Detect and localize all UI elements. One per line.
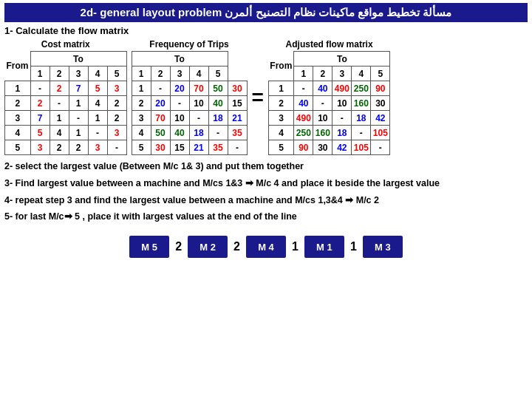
freq-cell: 30 [228,81,247,96]
freq-cell: 18 [208,111,228,126]
freq-cell: - [228,140,247,155]
cost-cell: 1 [69,96,88,111]
freq-cell: 35 [228,126,247,140]
freq-cell: 70 [151,111,170,126]
adj-row-from: 4 [268,126,294,140]
freq-cell: 40 [208,96,228,111]
step4: 4- repeat step 3 and find the largest va… [4,194,528,208]
machine-number: 1 [292,240,299,253]
freq-cell: 20 [170,81,189,96]
freq-cell: 21 [228,111,247,126]
freq-row-from: 1 [132,81,151,96]
cost-cell: 4 [50,126,69,140]
adj-cell: 42 [332,140,352,155]
adj-cell: 30 [371,96,390,111]
freq-to-label: To [132,52,228,66]
cost-cell: 2 [30,96,50,111]
freq-row-from: 3 [132,111,151,126]
cost-matrix-block: Cost matrix From To 1 2 3 4 5 1-275322-1… [4,39,127,155]
adj-cell: 105 [371,126,390,140]
freq-cell: 50 [151,126,170,140]
freq-cell: - [208,126,228,140]
cost-cell: 3 [107,81,126,96]
adj-row-from: 5 [268,140,294,155]
adj-cell: 160 [352,96,371,111]
adj-cell: - [332,111,352,126]
equals-sign: = [252,86,264,109]
step5: 5- for last M/c➡ 5 , place it with large… [4,210,528,224]
adj-cell: 250 [352,81,371,96]
freq-cell: 10 [189,96,208,111]
adj-cell: - [371,140,390,155]
adj-cell: 90 [294,140,313,155]
cost-cell: 1 [69,126,88,140]
adj-cell: 105 [352,140,371,155]
cost-cell: 3 [88,140,107,155]
machine-number: 2 [233,240,240,253]
cost-cell: 2 [50,140,69,155]
freq-cell: 50 [208,81,228,96]
freq-cell: 30 [151,140,170,155]
cost-cell: 3 [107,126,126,140]
machine-box: M 4 [246,236,286,258]
cost-cell: 7 [69,81,88,96]
adj-to-label: To [294,52,390,66]
adj-matrix-block: Adjusted flow matrix From To 1 2 3 4 5 1… [268,39,391,155]
cost-row-from: 3 [5,111,31,126]
machine-number: 1 [350,240,357,253]
cost-row-from: 5 [5,140,31,155]
adj-from-label: From [268,52,294,81]
adj-cell: 40 [294,96,313,111]
freq-row-from: 2 [132,96,151,111]
adj-cell: 490 [332,81,352,96]
freq-row-from: 4 [132,126,151,140]
machines-row: M 52M 22M 41M 11M 3 [4,236,528,258]
cost-cell: 2 [69,140,88,155]
adj-cell: 10 [332,96,352,111]
adj-cell: 18 [332,126,352,140]
freq-cell: 15 [228,96,247,111]
tables-row: Cost matrix From To 1 2 3 4 5 1-275322-1… [4,39,528,155]
freq-cell: 70 [189,81,208,96]
cost-cell: 4 [88,96,107,111]
cost-cell: 2 [107,96,126,111]
adj-matrix-title: Adjusted flow matrix [268,39,391,50]
title-bar: 2d- general layout problem مسألة تخطيط م… [4,3,528,22]
cost-to-label: To [30,52,126,66]
freq-matrix-block: Frequency of Trips To 1 2 3 4 5 1-207050… [132,39,248,155]
freq-cell: - [189,111,208,126]
freq-cell: - [151,81,170,96]
cost-cell: - [50,96,69,111]
machine-number: 2 [175,240,182,253]
cost-cell: - [107,140,126,155]
cost-row-from: 4 [5,126,31,140]
freq-cell: 15 [170,140,189,155]
cost-cell: - [69,111,88,126]
cost-cell: 5 [88,81,107,96]
cost-row-from: 2 [5,96,31,111]
freq-cell: 10 [170,111,189,126]
machine-box: M 2 [188,236,228,258]
adj-cell: - [352,126,371,140]
freq-cell: - [170,96,189,111]
freq-col-headers: 1 2 3 4 5 [132,66,247,81]
cost-cell: 2 [107,111,126,126]
adj-cell: 42 [371,111,390,126]
adj-cell: 490 [294,111,313,126]
cost-cell: 2 [50,81,69,96]
freq-cell: 35 [208,140,228,155]
cost-matrix-title: Cost matrix [4,39,127,50]
adj-cell: 250 [294,126,313,140]
machine-box: M 3 [363,236,403,258]
adj-row-from: 2 [268,96,294,111]
cost-from-label: From [5,52,31,81]
adj-cell: 18 [352,111,371,126]
machine-box: M 1 [304,236,344,258]
adj-cell: 40 [313,81,332,96]
adj-matrix-table: From To 1 2 3 4 5 1-4049025090240-101603… [268,51,391,155]
section1-header: 1- Calculate the flow matrix [4,25,528,36]
cost-cell: 1 [50,111,69,126]
freq-matrix-title: Frequency of Trips [132,39,248,50]
adj-cell: 160 [313,126,332,140]
page: 2d- general layout problem مسألة تخطيط م… [0,0,532,399]
